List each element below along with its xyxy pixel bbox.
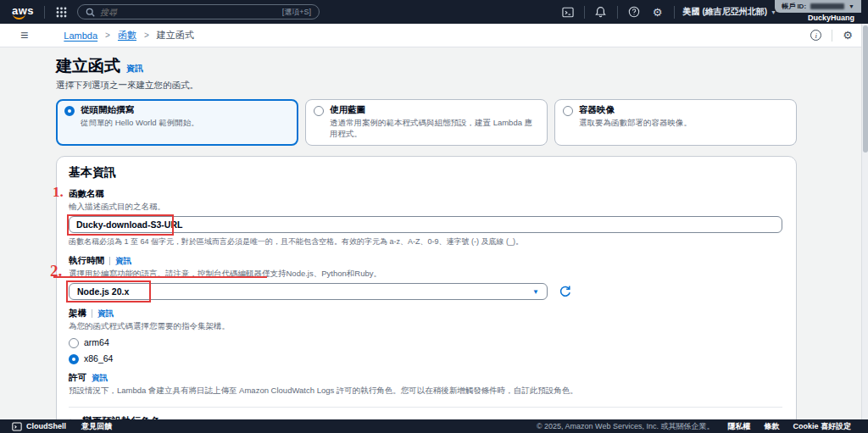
radio-icon[interactable]	[69, 338, 79, 348]
radio-icon[interactable]	[314, 106, 324, 116]
info-panel-icon[interactable]: i	[810, 30, 821, 41]
divider	[44, 6, 45, 19]
refresh-runtimes-icon[interactable]	[558, 284, 573, 299]
divider	[832, 30, 832, 42]
breadcrumb-bar: ≡ Lambda > 函數 > 建立函式 i ⚙	[0, 24, 868, 47]
arch-option-label: x86_64	[84, 353, 113, 364]
page-subtitle: 選擇下列選項之一來建立您的函式。	[56, 80, 797, 92]
main-content: 建立函式資訊 選擇下列選項之一來建立您的函式。 從頭開始撰寫 從簡單的 Hell…	[0, 47, 868, 419]
copyright-text: © 2025, Amazon Web Services, Inc. 或其關係企業…	[537, 421, 715, 432]
radio-selected-icon[interactable]	[64, 106, 75, 116]
option-title: 從頭開始撰寫	[81, 104, 199, 116]
runtime-desc: 選擇用於編寫功能的語言。請注意，控制台代碼編輯器僅支持Node.js、Pytho…	[69, 269, 782, 280]
privacy-link[interactable]: 隱私權	[727, 421, 750, 432]
basic-info-title: 基本資訊	[69, 165, 782, 180]
option-desc: 選取要為函數部署的容器映像。	[579, 118, 692, 129]
creation-option-cards: 從頭開始撰寫 從簡單的 Hello World 範例開始。 使用藍圖 透過常用案…	[56, 99, 797, 146]
annotation-step-2: 2.	[50, 262, 62, 280]
annotation-step-1: 1.	[53, 184, 64, 201]
option-desc: 從簡單的 Hello World 範例開始。	[81, 118, 199, 129]
page-header: 建立函式資訊 選擇下列選項之一來建立您的函式。	[56, 55, 797, 92]
breadcrumb-separator: >	[144, 31, 149, 40]
help-icon[interactable]	[626, 4, 642, 19]
breadcrumb-lambda[interactable]: Lambda	[64, 31, 97, 41]
cloudshell-icon[interactable]	[560, 4, 576, 19]
architecture-info-link[interactable]: 資訊	[97, 308, 114, 319]
radio-selected-icon[interactable]	[69, 354, 79, 364]
region-selector[interactable]: 美國 (維吉尼亞州北部)▼	[683, 6, 776, 18]
radio-icon[interactable]	[563, 106, 573, 116]
sidebar-toggle-icon[interactable]: ≡	[20, 28, 28, 43]
divider	[584, 6, 585, 19]
arch-option-label: arm64	[84, 337, 109, 347]
username-label: DuckyHuang	[808, 14, 854, 22]
scrollbar-thumb[interactable]	[863, 25, 868, 153]
aws-logo[interactable]: aws	[10, 4, 36, 19]
breadcrumb-functions[interactable]: 函數	[118, 29, 136, 42]
option-container-image[interactable]: 容器映像 選取要為函數部署的容器映像。	[554, 99, 797, 146]
console-footer: CloudShell 意見回饋 © 2025, Amazon Web Servi…	[0, 419, 868, 433]
runtime-select[interactable]: Node.js 20.x ▼	[69, 283, 548, 300]
architecture-label: 架構資訊	[69, 308, 782, 319]
arch-option-x86-64[interactable]: x86_64	[69, 353, 782, 364]
divider	[617, 6, 618, 19]
feedback-link[interactable]: 意見回饋	[81, 421, 112, 432]
architecture-field: 架構資訊 為您的函式程式碼選擇您需要的指令集架構。 arm64 x86_64	[69, 308, 782, 364]
cloudshell-icon	[12, 422, 22, 431]
page-scrollbar[interactable]	[861, 0, 868, 433]
function-name-field: 1. 函數名稱 輸入描述函式目的之名稱。 函數名稱必須為 1 至 64 個字元，…	[69, 188, 782, 247]
option-title: 使用藍圖	[330, 104, 538, 116]
function-name-input[interactable]	[69, 216, 782, 233]
permissions-info-link[interactable]: 資訊	[92, 373, 108, 384]
breadcrumb-current: 建立函式	[157, 29, 194, 42]
runtime-info-link[interactable]: 資訊	[115, 256, 131, 267]
option-use-blueprint[interactable]: 使用藍圖 透過常用案例的範本程式碼與組態預設，建置 Lambda 應用程式。	[305, 99, 548, 146]
function-name-help: 函數名稱必須為 1 至 64 個字元，對於區域而言必須是唯一的，且不能包含空格。…	[69, 236, 782, 247]
arch-option-arm64[interactable]: arm64	[69, 336, 782, 348]
global-search[interactable]: [選項+S]	[77, 4, 320, 19]
page-title: 建立函式	[56, 57, 120, 75]
search-input[interactable]	[100, 8, 277, 17]
option-title: 容器映像	[579, 104, 692, 116]
architecture-desc: 為您的函式程式碼選擇您需要的指令集架構。	[69, 321, 782, 332]
basic-info-card: 基本資訊 1. 函數名稱 輸入描述函式目的之名稱。 函數名稱必須為 1 至 64…	[56, 156, 797, 433]
redacted-account-id	[810, 3, 844, 9]
runtime-selected-value: Node.js 20.x	[77, 286, 129, 297]
permissions-label: 許可資訊	[69, 372, 782, 384]
title-info-link[interactable]: 資訊	[126, 64, 143, 73]
settings-gear-icon[interactable]: ⚙	[650, 4, 665, 19]
permissions-desc: 預設情況下，Lambda 會建立具有將日誌上傳至 Amazon CloudWat…	[69, 386, 782, 397]
runtime-label: 執行時間資訊	[69, 255, 782, 267]
breadcrumb-separator: >	[105, 31, 110, 40]
account-menu[interactable]: 帳戶 ID: ▼	[775, 0, 861, 13]
services-grid-icon[interactable]	[53, 4, 69, 19]
function-name-desc: 輸入描述函式目的之名稱。	[69, 202, 782, 213]
notifications-bell-icon[interactable]	[593, 4, 609, 19]
page-settings-gear-icon[interactable]: ⚙	[843, 30, 853, 41]
top-navigation-bar: aws [選項+S] ⚙ 美國 (維吉尼亞州北部)▼ 帳戶 ID: ▼ Duck…	[0, 0, 868, 24]
chevron-down-icon: ▼	[849, 3, 854, 9]
option-author-from-scratch[interactable]: 從頭開始撰寫 從簡單的 Hello World 範例開始。	[56, 99, 298, 146]
cookie-preferences-link[interactable]: Cookie 喜好設定	[793, 421, 851, 432]
terms-link[interactable]: 條款	[764, 421, 779, 432]
divider	[674, 6, 675, 19]
breadcrumb: Lambda > 函數 > 建立函式	[64, 29, 193, 42]
search-icon	[86, 8, 95, 17]
runtime-field: 2. 執行時間資訊 選擇用於編寫功能的語言。請注意，控制台代碼編輯器僅支持Nod…	[69, 255, 782, 300]
function-name-label: 函數名稱	[69, 188, 782, 200]
chevron-down-icon: ▼	[532, 288, 539, 296]
footer-cloudshell-button[interactable]: CloudShell	[12, 422, 66, 431]
option-desc: 透過常用案例的範本程式碼與組態預設，建置 Lambda 應用程式。	[330, 118, 538, 140]
account-id-label: 帳戶 ID:	[782, 2, 806, 11]
permissions-field: 許可資訊 預設情況下，Lambda 會建立具有將日誌上傳至 Amazon Clo…	[69, 372, 782, 397]
search-shortcut-hint: [選項+S]	[282, 7, 311, 18]
